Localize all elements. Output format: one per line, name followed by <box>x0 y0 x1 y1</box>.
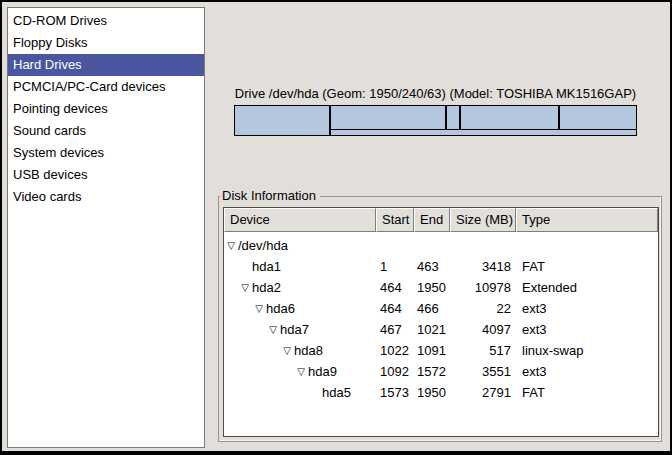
start-cell <box>376 235 414 256</box>
device-name: hda5 <box>322 382 351 403</box>
partition-segment-hda8 <box>445 106 459 129</box>
device-cell: ▽hda8 <box>224 340 376 361</box>
partition-table-body: ▽/dev/hdahda114633418FAT▽hda246419501097… <box>224 232 658 403</box>
table-row-hda7[interactable]: ▽hda746710214097ext3 <box>224 319 658 340</box>
tree-indent <box>224 350 280 351</box>
start-cell: 1022 <box>376 340 414 361</box>
extended-partition-contents <box>331 106 636 130</box>
start-cell: 467 <box>376 319 414 340</box>
size-cell: 3551 <box>450 361 516 382</box>
end-cell: 1950 <box>414 382 450 403</box>
table-row-hda8[interactable]: ▽hda810221091517linux-swap <box>224 340 658 361</box>
table-row-hda9[interactable]: ▽hda9109215723551ext3 <box>224 361 658 382</box>
device-name: hda2 <box>252 277 281 298</box>
expander-icon[interactable]: ▽ <box>238 277 252 298</box>
disk-information-label: Disk Information <box>220 188 320 204</box>
size-cell: 22 <box>450 298 516 319</box>
partition-table: DeviceStartEndSize (MB)Type ▽/dev/hdahda… <box>223 207 659 437</box>
partition-bar <box>234 105 637 136</box>
sidebar-item-floppy-disks[interactable]: Floppy Disks <box>8 32 204 54</box>
partition-segment-hda2 <box>330 106 636 135</box>
size-cell: 2791 <box>450 382 516 403</box>
start-cell: 464 <box>376 298 414 319</box>
device-name: /dev/hda <box>238 235 288 256</box>
expander-icon[interactable]: ▽ <box>266 319 280 340</box>
end-cell: 1950 <box>414 277 450 298</box>
type-cell: FAT <box>516 256 658 277</box>
expander-icon[interactable]: ▽ <box>294 361 308 382</box>
size-cell: 10978 <box>450 277 516 298</box>
disk-information-frame: Disk Information DeviceStartEndSize (MB)… <box>218 196 662 442</box>
type-cell: FAT <box>516 382 658 403</box>
start-cell: 1 <box>376 256 414 277</box>
type-cell: ext3 <box>516 361 658 382</box>
device-cell: ▽hda2 <box>224 277 376 298</box>
end-cell: 1091 <box>414 340 450 361</box>
sidebar-item-cd-rom-drives[interactable]: CD-ROM Drives <box>8 10 204 32</box>
type-cell: linux-swap <box>516 340 658 361</box>
sidebar-item-pointing-devices[interactable]: Pointing devices <box>8 98 204 120</box>
type-cell: Extended <box>516 277 658 298</box>
device-name: hda6 <box>266 298 295 319</box>
table-row-hda1[interactable]: hda114633418FAT <box>224 256 658 277</box>
table-row-hda5[interactable]: hda5157319502791FAT <box>224 382 658 403</box>
sidebar-item-sound-cards[interactable]: Sound cards <box>8 120 204 142</box>
partition-segment-hda7 <box>331 106 445 129</box>
size-cell: 3418 <box>450 256 516 277</box>
device-cell: ▽/dev/hda <box>224 235 376 256</box>
tree-indent <box>224 287 238 288</box>
column-header-start[interactable]: Start <box>376 208 414 232</box>
column-header-type[interactable]: Type <box>516 208 658 232</box>
device-cell: hda5 <box>224 382 376 403</box>
tree-indent <box>224 371 294 372</box>
device-cell: ▽hda7 <box>224 319 376 340</box>
type-cell: ext3 <box>516 298 658 319</box>
sidebar-item-pcmcia-pc-card-devices[interactable]: PCMCIA/PC-Card devices <box>8 76 204 98</box>
column-header-size-mb-[interactable]: Size (MB) <box>450 208 516 232</box>
type-cell: ext3 <box>516 319 658 340</box>
device-name: hda8 <box>294 340 323 361</box>
start-cell: 464 <box>376 277 414 298</box>
tree-indent <box>224 329 266 330</box>
table-row-hda6[interactable]: ▽hda646446622ext3 <box>224 298 658 319</box>
start-cell: 1573 <box>376 382 414 403</box>
sidebar-item-hard-drives[interactable]: Hard Drives <box>8 54 204 76</box>
hardware-browser-window: CD-ROM DrivesFloppy DisksHard DrivesPCMC… <box>0 0 672 455</box>
size-cell <box>450 235 516 256</box>
tree-indent <box>224 308 252 309</box>
type-cell <box>516 235 658 256</box>
expander-icon[interactable]: ▽ <box>252 298 266 319</box>
device-name: hda7 <box>280 319 309 340</box>
device-cell: ▽hda6 <box>224 298 376 319</box>
sidebar-item-video-cards[interactable]: Video cards <box>8 186 204 208</box>
end-cell: 463 <box>414 256 450 277</box>
column-header-end[interactable]: End <box>414 208 450 232</box>
end-cell <box>414 235 450 256</box>
table-row--dev-hda[interactable]: ▽/dev/hda <box>224 235 658 256</box>
partition-segment-hda9 <box>459 106 558 129</box>
device-name: hda1 <box>252 256 281 277</box>
device-cell: ▽hda9 <box>224 361 376 382</box>
sidebar-item-usb-devices[interactable]: USB devices <box>8 164 204 186</box>
sidebar-item-system-devices[interactable]: System devices <box>8 142 204 164</box>
size-cell: 517 <box>450 340 516 361</box>
device-name: hda9 <box>308 361 337 382</box>
end-cell: 466 <box>414 298 450 319</box>
partition-table-header: DeviceStartEndSize (MB)Type <box>224 208 658 232</box>
drive-title: Drive /dev/hda (Geom: 1950/240/63) (Mode… <box>234 86 637 101</box>
tree-indent <box>224 392 308 393</box>
start-cell: 1092 <box>376 361 414 382</box>
expander-icon[interactable]: ▽ <box>224 235 238 256</box>
tree-indent <box>224 266 238 267</box>
size-cell: 4097 <box>450 319 516 340</box>
device-category-list: CD-ROM DrivesFloppy DisksHard DrivesPCMC… <box>7 7 205 448</box>
partition-segment-hda1 <box>235 106 330 135</box>
table-row-hda2[interactable]: ▽hda2464195010978Extended <box>224 277 658 298</box>
end-cell: 1021 <box>414 319 450 340</box>
column-header-device[interactable]: Device <box>224 208 376 232</box>
expander-icon[interactable]: ▽ <box>280 340 294 361</box>
end-cell: 1572 <box>414 361 450 382</box>
device-cell: hda1 <box>224 256 376 277</box>
partition-segment-hda5 <box>558 106 635 129</box>
